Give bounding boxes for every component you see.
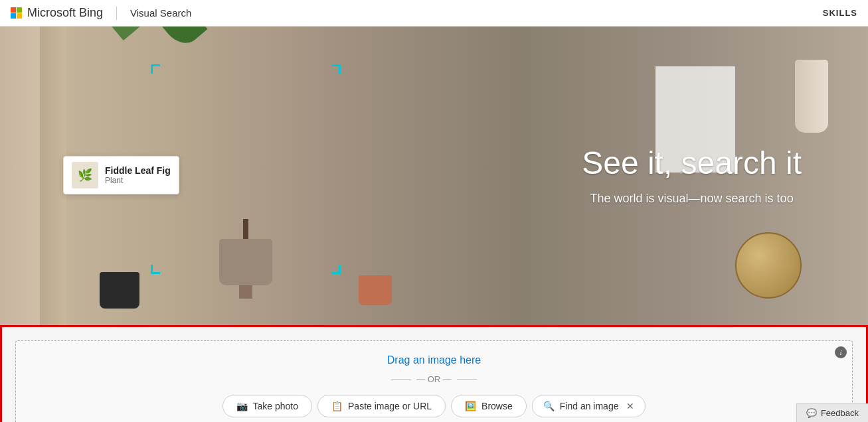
browse-button[interactable]: 🖼️ Browse (451, 395, 527, 417)
drag-text: Drag an image here (387, 354, 481, 366)
take-photo-label: Take photo (253, 401, 299, 411)
plant-name: Fiddle Leaf Fig (105, 165, 171, 176)
drag-text-prefix: Drag an image (387, 354, 460, 366)
search-icon: 🔍 (543, 401, 555, 411)
action-buttons-row: 📷 Take photo 📋 Paste image or URL 🖼️ Bro… (222, 395, 646, 417)
drag-text-highlight: here (460, 354, 481, 366)
plant-stand (239, 285, 252, 299)
feedback-label: Feedback (821, 408, 859, 418)
background-pot-dark (100, 272, 139, 309)
find-image-button[interactable]: 🔍 Find an image ✕ (532, 395, 646, 417)
paste-image-url-button[interactable]: 📋 Paste image or URL (317, 395, 446, 417)
feedback-button[interactable]: 💬 Feedback (796, 403, 868, 422)
paste-icon: 📋 (331, 401, 343, 411)
page-header: Microsoft Bing Visual Search SKILLS (0, 0, 868, 27)
feedback-icon: 💬 (806, 408, 817, 418)
plant-type: Plant (105, 176, 171, 185)
curtain-fold (40, 27, 66, 325)
hero-section: 🌿 Fiddle Leaf Fig Plant See it, search i… (0, 27, 868, 325)
microsoft-logo-icon (11, 7, 22, 19)
hero-text-block: See it, search it The world is visual—no… (582, 146, 802, 206)
hero-main-heading: See it, search it (582, 146, 802, 181)
drop-zone[interactable]: i Drag an image here — OR — 📷 Take photo… (15, 340, 853, 422)
page-title: Visual Search (130, 7, 191, 19)
plant-label-info: Fiddle Leaf Fig Plant (105, 165, 171, 185)
bing-brand-text: Microsoft Bing (27, 6, 103, 20)
image-icon: 🖼️ (465, 401, 476, 411)
plant-identification-label: 🌿 Fiddle Leaf Fig Plant (63, 156, 179, 194)
find-image-label: Find an image (560, 401, 619, 411)
camera-icon: 📷 (236, 401, 248, 411)
or-label: — OR — (416, 374, 452, 384)
header-divider (116, 7, 117, 20)
plant-pot (219, 239, 272, 285)
skills-link[interactable]: SKILLS (823, 8, 857, 18)
take-photo-button[interactable]: 📷 Take photo (222, 395, 313, 417)
or-line-right (457, 379, 477, 380)
vase-decoration (795, 60, 828, 133)
globe-decoration (735, 232, 802, 299)
close-icon[interactable]: ✕ (626, 401, 634, 411)
search-panel: i Drag an image here — OR — 📷 Take photo… (0, 325, 868, 422)
or-line-left (391, 379, 411, 380)
hero-sub-heading: The world is visual—now search is too (582, 192, 802, 206)
browse-label: Browse (481, 401, 513, 411)
paste-label: Paste image or URL (348, 401, 432, 411)
logo-area: Microsoft Bing Visual Search (11, 6, 191, 20)
or-divider: — OR — (391, 374, 477, 384)
bing-logo: Microsoft Bing (11, 6, 103, 20)
plant-thumbnail: 🌿 (72, 162, 98, 188)
info-icon[interactable]: i (835, 346, 847, 358)
background-pot-orange (359, 275, 392, 305)
